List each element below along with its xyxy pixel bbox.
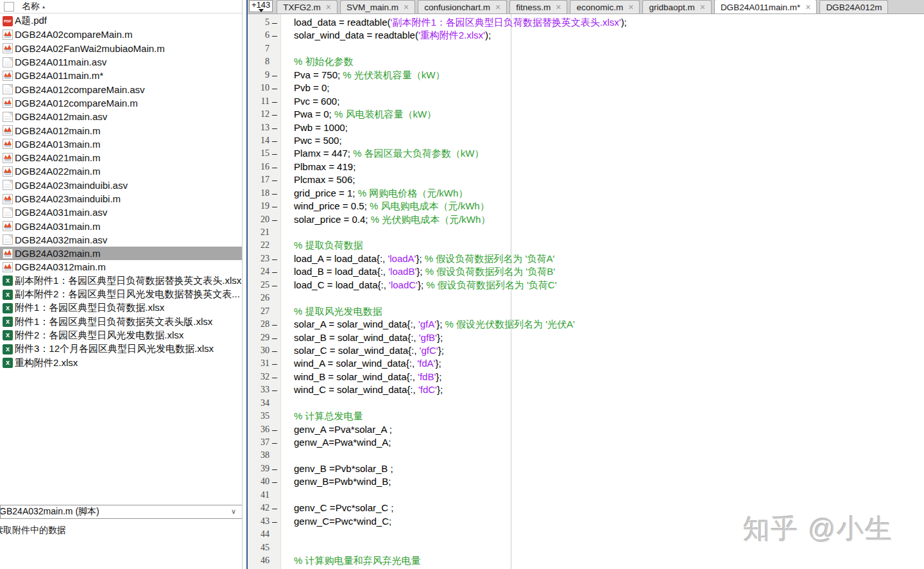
code-line[interactable]: 46% 计算购电量和弃风弃光电量: [248, 554, 924, 567]
file-row[interactable]: DGB24A02FanWai2mubiaoMain.m: [0, 42, 242, 55]
code-line[interactable]: 30–solar_C = solar_wind_data{:, 'gfC'};: [248, 344, 924, 357]
code-line[interactable]: 38: [248, 449, 924, 462]
breakpoint-dash[interactable]: –: [270, 121, 280, 134]
close-tab-icon[interactable]: ×: [805, 3, 810, 12]
code-line[interactable]: 9–Pva = 750; % 光伏装机容量（kW）: [248, 69, 924, 82]
breakpoint-dash[interactable]: –: [270, 147, 280, 160]
name-column-header[interactable]: 名称: [22, 1, 40, 12]
file-row[interactable]: DGB24A011main.m*: [0, 69, 242, 82]
code-editor[interactable]: 5–load_data = readtable('副本附件1：各园区典型日负荷数…: [248, 14, 924, 569]
editor-tab[interactable]: fitness.m×: [509, 0, 567, 13]
code-line[interactable]: 11–Pvc = 600;: [248, 95, 924, 108]
code-line[interactable]: 10–Pvb = 0;: [248, 82, 924, 94]
breakpoint-dash[interactable]: –: [270, 108, 280, 121]
editor-tab[interactable]: SVM_main.m×: [340, 0, 415, 13]
file-row[interactable]: DGB24A023mainduibi.m: [0, 192, 242, 206]
code-line[interactable]: 12–Pwa = 0; % 风电装机容量（kW）: [248, 108, 924, 121]
close-tab-icon[interactable]: ×: [556, 3, 561, 12]
file-row[interactable]: DGB24A032main.m: [0, 247, 242, 260]
breakpoint-dash[interactable]: –: [270, 82, 280, 94]
code-line[interactable]: 34: [248, 397, 924, 410]
file-row[interactable]: 附件1：各园区典型日负荷数据.xlsx: [0, 301, 242, 315]
code-line[interactable]: 32–wind_B = solar_wind_data{:, 'fdB'};: [248, 371, 924, 383]
code-line[interactable]: 44: [248, 528, 924, 541]
file-row[interactable]: DGB24A031main.asv: [0, 206, 242, 219]
code-line[interactable]: 35% 计算总发电量: [248, 410, 924, 423]
code-line[interactable]: 42–genv_C =Pvc*solar_C ;: [248, 502, 924, 514]
breakpoint-dash[interactable]: –: [270, 134, 280, 147]
code-line[interactable]: 8% 初始化参数: [248, 55, 924, 68]
code-line[interactable]: 28–solar_A = solar_wind_data{:, 'gfA'}; …: [248, 318, 924, 331]
breakpoint-dash[interactable]: –: [270, 161, 280, 173]
file-row[interactable]: 附件3：12个月各园区典型日风光发电数据.xlsx: [0, 342, 242, 356]
file-row[interactable]: DGB24A013main.m: [0, 137, 242, 151]
code-line[interactable]: 22% 提取负荷数据: [248, 239, 924, 252]
code-line[interactable]: 25–load_C = load_data{:, 'loadC'}; % 假设负…: [248, 279, 924, 292]
breakpoint-dash[interactable]: –: [270, 318, 280, 331]
file-row[interactable]: DGB24A012compareMain.asv: [0, 82, 242, 96]
code-line[interactable]: 13–Pwb = 1000;: [248, 121, 924, 134]
breakpoint-dash[interactable]: –: [270, 173, 280, 186]
breakpoint-dash[interactable]: –: [270, 29, 280, 42]
breakpoint-dash[interactable]: –: [270, 423, 280, 436]
code-line[interactable]: 26: [248, 292, 924, 304]
editor-tab[interactable]: confusionchart.m×: [418, 0, 507, 13]
file-row[interactable]: 副本附件2：各园区典型日风光发电数据替换英文表...: [0, 288, 242, 301]
file-row[interactable]: DGB24A012main.m: [0, 123, 242, 137]
breakpoint-dash[interactable]: –: [270, 16, 280, 29]
code-line[interactable]: 31–wind_A = solar_wind_data{:, 'fdA'};: [248, 357, 924, 370]
code-line[interactable]: 14–Pwc = 500;: [248, 134, 924, 147]
breakpoint-dash[interactable]: –: [270, 357, 280, 370]
file-row[interactable]: DGB24A031main.m: [0, 219, 242, 232]
close-tab-icon[interactable]: ×: [326, 3, 331, 12]
file-row[interactable]: DGB24A012compareMain.m: [0, 96, 242, 110]
code-line[interactable]: 20–solar_price = 0.4; % 光伏购电成本（元/kWh）: [248, 213, 924, 226]
breakpoint-dash[interactable]: –: [270, 436, 280, 449]
close-tab-icon[interactable]: ×: [700, 3, 705, 12]
breakpoint-dash[interactable]: –: [270, 383, 280, 396]
code-line[interactable]: 40–genw_B=Pwb*wind_B;: [248, 475, 924, 488]
editor-tab[interactable]: TXFG2.m×: [277, 0, 338, 13]
code-line[interactable]: 15–Plamx = 447; % 各园区最大负荷参数（kW）: [248, 147, 924, 160]
file-row[interactable]: 附件2：各园区典型日风光发电数据.xlsx: [0, 329, 242, 342]
file-row[interactable]: DGB24A012main.asv: [0, 110, 242, 123]
function-list-dropdown[interactable]: DGB24A032main.m (脚本) ∨: [0, 505, 243, 519]
code-line[interactable]: 33–wind_C = solar_wind_data{:, 'fdC'};: [248, 383, 924, 396]
code-line[interactable]: 37–genw_A=Pwa*wind_A;: [248, 436, 924, 449]
breakpoint-dash[interactable]: –: [270, 502, 280, 514]
file-row[interactable]: 附件1：各园区典型日负荷数据英文表头版.xlsx: [0, 315, 242, 329]
breakpoint-dash[interactable]: –: [270, 331, 280, 344]
code-line[interactable]: 24–load_B = load_data{:, 'loadB'}; % 假设负…: [248, 265, 924, 278]
code-line[interactable]: 43–genw_C=Pwc*wind_C;: [248, 515, 924, 528]
close-tab-icon[interactable]: ×: [404, 3, 409, 12]
file-row[interactable]: 重构附件2.xlsx: [0, 356, 242, 369]
breakpoint-dash[interactable]: –: [270, 213, 280, 226]
breakpoint-dash[interactable]: –: [270, 515, 280, 528]
code-line[interactable]: 6–solar_wind_data = readtable('重构附件2.xls…: [248, 29, 924, 42]
code-line[interactable]: 36–genv_A =Pva*solar_A ;: [248, 423, 924, 436]
code-line[interactable]: 16–Plbmax = 419;: [248, 161, 924, 173]
breakpoint-dash[interactable]: –: [270, 252, 280, 265]
breakpoint-dash[interactable]: –: [270, 200, 280, 213]
file-row[interactable]: DGB24A02compareMain.m: [0, 28, 242, 41]
file-row[interactable]: DGB24A0312main.m: [0, 260, 242, 274]
file-row[interactable]: 副本附件1：各园区典型日负荷数据替换英文表头.xlsx: [0, 274, 242, 288]
breakpoint-dash[interactable]: –: [270, 462, 280, 475]
breakpoint-dash[interactable]: –: [270, 69, 280, 82]
code-line[interactable]: 23–load_A = load_data{:, 'loadA'}; % 假设负…: [248, 252, 924, 265]
file-row[interactable]: DGB24A021main.m: [0, 151, 242, 164]
file-row[interactable]: DGB24A011main.asv: [0, 55, 242, 69]
code-line[interactable]: 41: [248, 489, 924, 502]
breakpoint-dash[interactable]: –: [270, 187, 280, 200]
editor-tab[interactable]: DGB24A012m: [819, 0, 888, 13]
breakpoint-dash[interactable]: –: [270, 344, 280, 357]
code-line[interactable]: 17–Plcmax = 506;: [248, 173, 924, 186]
editor-tab[interactable]: economic.m×: [570, 0, 640, 13]
file-row[interactable]: DGB24A022main.m: [0, 164, 242, 178]
code-line[interactable]: 39–genv_B =Pvb*solar_B ;: [248, 462, 924, 475]
breakpoint-dash[interactable]: –: [270, 95, 280, 108]
breakpoint-dash[interactable]: –: [270, 371, 280, 383]
breakpoint-dash[interactable]: –: [270, 265, 280, 278]
code-line[interactable]: 19–wind_price = 0.5; % 风电购电成本（元/kWh）: [248, 200, 924, 213]
editor-tab[interactable]: gridbaopt.m×: [642, 0, 711, 13]
